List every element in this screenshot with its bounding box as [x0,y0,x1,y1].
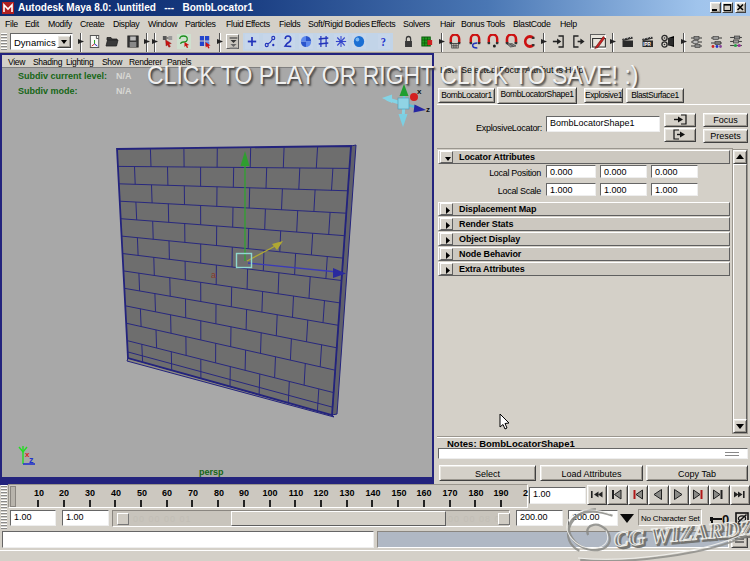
svg-text:?: ? [381,35,386,49]
svg-text:a: a [211,270,216,280]
svg-text:IPR: IPR [643,42,651,47]
svg-text:z: z [426,105,430,114]
